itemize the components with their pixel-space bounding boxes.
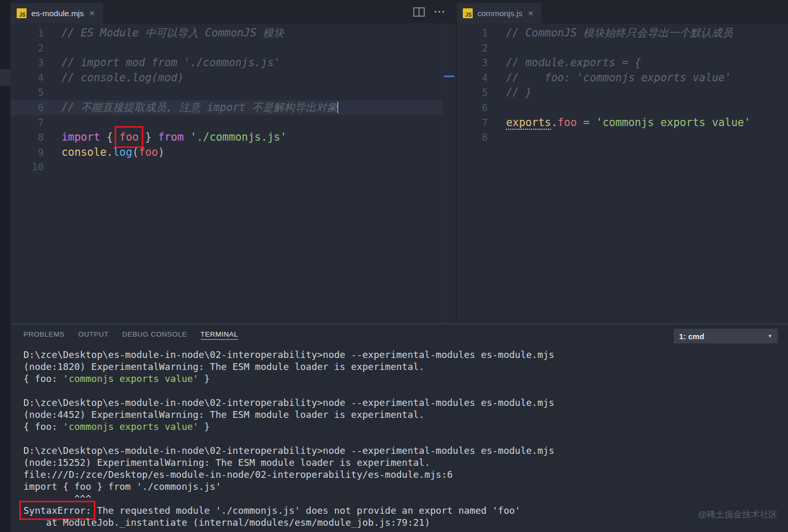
terminal-line: import { foo } from './commonjs.js' bbox=[23, 480, 788, 492]
editor-group-right: JS commonjs.js × 1// CommonJS 模块始终只会导出一个… bbox=[456, 0, 788, 324]
line-text: // module.exports = { bbox=[488, 55, 641, 70]
terminal-line: D:\zce\Desktop\es-module-in-node\02-inte… bbox=[23, 397, 788, 409]
code-line: 3// import mod from './commonjs.js' bbox=[10, 55, 442, 70]
line-text: file:///D:/zce/Desktop/es-module-in-node… bbox=[23, 468, 453, 480]
code-token: foo bbox=[558, 116, 577, 129]
terminal-selector-dropdown[interactable]: 1: cmd ▼ bbox=[674, 329, 778, 343]
code-token: (node:1820) ExperimentalWarning: The ESM… bbox=[23, 361, 424, 372]
code-token: { foo: bbox=[23, 421, 63, 432]
red-annotation-box: foo bbox=[119, 131, 139, 143]
terminal-line: SyntaxError: The requested module './com… bbox=[23, 504, 788, 516]
line-number: 1 bbox=[457, 26, 488, 41]
code-line: 8 bbox=[457, 130, 788, 145]
line-number: 4 bbox=[457, 70, 488, 85]
code-token: . bbox=[551, 116, 557, 129]
code-token: from bbox=[158, 131, 183, 143]
tab-label: commonjs.js bbox=[477, 9, 522, 18]
line-number: 5 bbox=[10, 85, 44, 100]
split-editor-icon[interactable] bbox=[413, 7, 425, 17]
line-number: 3 bbox=[457, 55, 488, 70]
code-token: exports bbox=[506, 116, 551, 130]
editor-scrollbar[interactable] bbox=[442, 23, 456, 324]
line-number: 6 bbox=[10, 100, 44, 115]
close-icon[interactable]: × bbox=[527, 8, 534, 18]
line-text: D:\zce\Desktop\es-module-in-node\02-inte… bbox=[23, 444, 555, 456]
tab-commonjs[interactable]: JS commonjs.js × bbox=[457, 3, 541, 23]
code-token: import { foo } from './commonjs.js' bbox=[23, 481, 221, 492]
code-line: 10 bbox=[10, 159, 442, 175]
code-token: = bbox=[583, 116, 589, 129]
panel-tab-problems[interactable]: PROBLEMS bbox=[23, 330, 65, 339]
terminal-line: D:\zce\Desktop\es-module-in-node\02-inte… bbox=[23, 349, 788, 361]
line-number: 7 bbox=[10, 115, 44, 130]
code-token: foo bbox=[139, 146, 158, 158]
cursor-position-marker bbox=[444, 76, 454, 77]
code-token bbox=[577, 116, 583, 129]
code-token: './commonjs.js' bbox=[190, 131, 287, 143]
line-text: // CommonJS 模块始终只会导出一个默认成员 bbox=[488, 26, 733, 41]
code-token: 'commonjs exports value' bbox=[596, 116, 750, 129]
code-token: The requested module './commonjs.js' doe… bbox=[91, 505, 521, 516]
more-actions-icon[interactable]: ··· bbox=[434, 6, 446, 18]
rail-highlight bbox=[0, 69, 10, 86]
line-text bbox=[488, 41, 506, 56]
code-line: 9console.log(foo) bbox=[10, 145, 442, 160]
terminal-line bbox=[23, 385, 788, 397]
code-token: console bbox=[61, 146, 106, 158]
tab-es-module[interactable]: JS es-module.mjs × bbox=[10, 3, 103, 23]
line-text: exports.foo = 'commonjs exports value' bbox=[488, 115, 750, 130]
tab-bar-left: JS es-module.mjs × ··· bbox=[10, 0, 456, 23]
editor-commonjs[interactable]: 1// CommonJS 模块始终只会导出一个默认成员23// module.e… bbox=[457, 23, 788, 324]
code-token: D:\zce\Desktop\es-module-in-node\02-inte… bbox=[23, 397, 555, 408]
line-number: 9 bbox=[10, 145, 44, 160]
bottom-panel: PROBLEMS OUTPUT DEBUG CONSOLE TERMINAL 1… bbox=[10, 324, 788, 532]
line-text bbox=[44, 41, 61, 56]
code-line: 2 bbox=[10, 41, 442, 56]
line-text: at ModuleJob._instantiate (internal/modu… bbox=[23, 516, 430, 528]
terminal-output[interactable]: D:\zce\Desktop\es-module-in-node\02-inte… bbox=[10, 345, 788, 532]
line-text bbox=[44, 115, 61, 130]
line-text bbox=[488, 130, 506, 145]
code-token: file:///D:/zce/Desktop/es-module-in-node… bbox=[23, 469, 453, 480]
code-line: 6 bbox=[457, 100, 788, 115]
left-rail bbox=[0, 0, 10, 532]
code-token: 'commonjs exports value' bbox=[63, 373, 199, 384]
line-number: 1 bbox=[10, 26, 44, 41]
code-token: // CommonJS 模块始终只会导出一个默认成员 bbox=[506, 27, 733, 39]
code-token: ^^^ bbox=[23, 493, 91, 504]
editor-group-left: JS es-module.mjs × ··· 1// ES Module 中可以… bbox=[10, 0, 456, 324]
line-number: 2 bbox=[457, 41, 488, 56]
code-token: // module.exports = { bbox=[506, 56, 641, 69]
line-number: 10 bbox=[10, 159, 44, 175]
editor-es-module[interactable]: 1// ES Module 中可以导入 CommonJS 模块23// impo… bbox=[10, 23, 442, 324]
watermark: @稀土掘金技术社区 bbox=[698, 509, 778, 521]
code-token: // import mod from './commonjs.js' bbox=[61, 56, 280, 69]
line-text: // foo: 'commonjs exports value' bbox=[488, 70, 731, 85]
code-token: import bbox=[61, 131, 100, 143]
panel-tab-debug-console[interactable]: DEBUG CONSOLE bbox=[122, 330, 187, 339]
panel-tab-terminal[interactable]: TERMINAL bbox=[201, 330, 238, 340]
line-text: import { foo } from './commonjs.js' bbox=[23, 480, 221, 492]
line-text: // } bbox=[488, 85, 532, 100]
code-token: // foo: 'commonjs exports value' bbox=[506, 71, 731, 84]
text-cursor bbox=[337, 102, 338, 113]
code-token: (node:15252) ExperimentalWarning: The ES… bbox=[23, 457, 430, 468]
line-text: { foo: 'commonjs exports value' } bbox=[23, 373, 210, 385]
line-text bbox=[44, 85, 61, 100]
line-number: 8 bbox=[10, 130, 44, 145]
code-token: log bbox=[113, 146, 132, 158]
line-number: 6 bbox=[457, 100, 488, 115]
line-number: 5 bbox=[457, 85, 488, 100]
js-file-icon: JS bbox=[17, 8, 27, 18]
line-text: // import mod from './commonjs.js' bbox=[44, 55, 280, 70]
close-icon[interactable]: × bbox=[89, 8, 96, 18]
code-token: { foo: bbox=[23, 373, 63, 384]
code-token: D:\zce\Desktop\es-module-in-node\02-inte… bbox=[23, 349, 555, 360]
line-text: D:\zce\Desktop\es-module-in-node\02-inte… bbox=[23, 397, 555, 409]
line-number: 8 bbox=[457, 130, 488, 145]
code-line: 4// console.log(mod) bbox=[10, 70, 442, 85]
line-text: // ES Module 中可以导入 CommonJS 模块 bbox=[44, 26, 284, 41]
code-token: at ModuleJob._instantiate (internal/modu… bbox=[23, 517, 430, 528]
terminal-line: ^^^ bbox=[23, 492, 788, 504]
panel-tab-output[interactable]: OUTPUT bbox=[78, 330, 109, 339]
